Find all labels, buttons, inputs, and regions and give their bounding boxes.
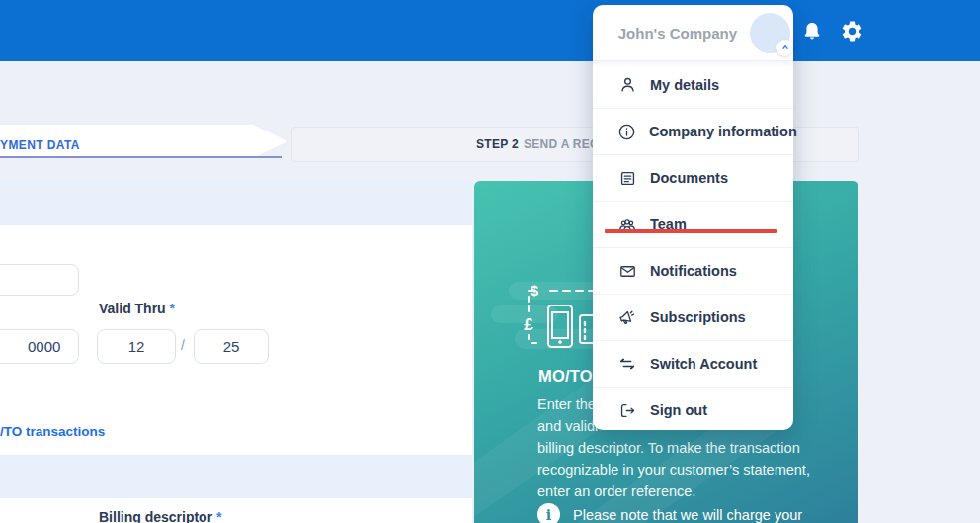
account-dropdown-menu: John's Company My details Company inform… (593, 5, 793, 430)
account-menu-list: My details Company information Documents… (593, 61, 793, 433)
form-section-band-top (0, 181, 472, 225)
top-header-bar (0, 0, 980, 61)
menu-item-label: Sign out (650, 402, 707, 418)
bell-icon[interactable] (800, 20, 824, 44)
sign-out-icon (617, 401, 637, 420)
menu-item-notifications[interactable]: Notifications (593, 247, 793, 294)
required-asterisk: * (170, 301, 175, 316)
menu-item-subscriptions[interactable]: Subscriptions (593, 294, 793, 340)
promo-line: enter an order reference. (537, 480, 854, 502)
menu-item-label: Team (650, 217, 687, 232)
menu-item-label: Switch Account (650, 356, 757, 372)
card-digits-value: 0000 (28, 338, 60, 355)
valid-thru-text: Valid Thru (99, 301, 166, 316)
megaphone-icon (617, 307, 637, 327)
card-field-input[interactable] (0, 264, 79, 296)
settings-gear-icon[interactable] (840, 19, 864, 44)
menu-item-switch-account[interactable]: Switch Account (593, 340, 793, 387)
expiry-year-value: 25 (223, 338, 240, 355)
menu-item-label: Documents (650, 170, 728, 186)
required-asterisk: * (216, 509, 221, 523)
menu-item-documents[interactable]: Documents (593, 154, 793, 201)
valid-thru-label: Valid Thru * (99, 301, 175, 316)
menu-item-company-information[interactable]: Company information (593, 108, 793, 154)
user-icon (617, 75, 637, 94)
menu-item-label: My details (650, 77, 719, 93)
info-icon: i (537, 503, 560, 523)
menu-item-label: Company information (649, 124, 797, 139)
account-name: John's Company (618, 25, 737, 42)
step2-prefix: STEP 2 (476, 137, 519, 151)
menu-item-team[interactable]: Team (593, 201, 793, 247)
promo-note: i Please note that we will charge your (537, 503, 802, 523)
avatar[interactable] (750, 13, 790, 53)
menu-item-label: Subscriptions (650, 309, 746, 325)
info-icon (617, 123, 636, 141)
dollar-symbol: $ (531, 282, 539, 299)
billing-descriptor-text: Billing descriptor (99, 509, 212, 523)
promo-line: recognizable in your customer’s statemen… (537, 459, 854, 480)
documents-icon (617, 169, 637, 188)
step1-active-underline (0, 156, 282, 158)
envelope-icon (617, 262, 637, 281)
expiry-month-input[interactable]: 12 (97, 329, 176, 364)
account-summary[interactable]: John's Company (593, 5, 793, 61)
chevron-up-icon (776, 40, 793, 56)
form-section-band-bottom (0, 455, 472, 498)
menu-item-label: Notifications (650, 263, 737, 279)
date-separator: / (181, 337, 185, 353)
promo-note-text: Please note that we will charge your (573, 503, 802, 523)
moto-transactions-link[interactable]: /TO transactions (0, 424, 105, 439)
page: STEP 2 SEND A RECEIPT YMENT DATA Valid T… (0, 0, 980, 523)
promo-line: billing descriptor. To make the transact… (537, 437, 854, 459)
pound-symbol: £ (524, 315, 533, 334)
expiry-year-input[interactable]: 25 (194, 329, 269, 364)
team-icon (617, 216, 637, 234)
expiry-month-value: 12 (128, 338, 145, 355)
billing-descriptor-label: Billing descriptor * (99, 509, 221, 523)
menu-item-my-details[interactable]: My details (593, 61, 793, 108)
payment-form-card: Valid Thru * 0000 12 / 25 /TO transactio… (0, 181, 472, 523)
switch-arrows-icon (617, 354, 637, 374)
menu-item-sign-out[interactable]: Sign out (593, 387, 793, 433)
step1-label: YMENT DATA (0, 138, 80, 152)
